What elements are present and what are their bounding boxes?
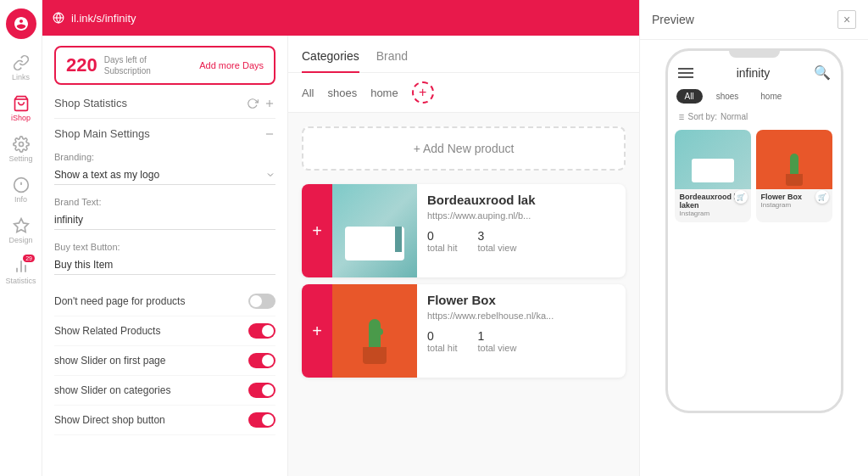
add-category-button[interactable]: +	[412, 81, 434, 104]
add-more-button[interactable]: Add more Days	[199, 60, 264, 70]
shop-main-settings-label: Shop Main Settings	[54, 127, 150, 140]
center-tabs: Categories Brand	[288, 36, 639, 73]
phone-sort: Sort by: Normal	[668, 109, 841, 125]
sidebar-item-statistics[interactable]: 29 Statistics	[0, 251, 42, 292]
phone-product-src-1: Instagram	[761, 201, 827, 209]
product-image-1	[332, 284, 417, 378]
sidebar-item-setting[interactable]: Setting	[0, 129, 42, 170]
phone-product-src-0: Instagram	[680, 210, 746, 217]
collapse-icon[interactable]	[264, 128, 275, 140]
product-info-1: Flower Box https://www.rebelhouse.nl/ka.…	[417, 284, 626, 378]
toggle-3[interactable]	[248, 383, 275, 398]
phone-product-0[interactable]: 🛒 Bordeauxrood lak laken Instagram	[675, 130, 751, 222]
phone-cat-all[interactable]: All	[676, 89, 703, 104]
subscription-box: 220 Days left of Subscription Add more D…	[54, 46, 275, 85]
phone-product-1[interactable]: 🛒 Flower Box Instagram	[756, 130, 832, 222]
statistics-icons[interactable]	[247, 98, 275, 109]
sidebar-item-ishop[interactable]: iShop	[0, 88, 42, 129]
phone-cart-icon-0[interactable]: 🛒	[734, 190, 748, 204]
product-card-1: + Flower Box https://www.rebelhouse.nl/k…	[302, 284, 626, 378]
sidebar-item-ishop-label: iShop	[11, 114, 31, 122]
stat-view-value-1: 1	[477, 329, 516, 343]
sort-icon	[676, 113, 685, 121]
category-all[interactable]: All	[302, 87, 314, 99]
phone-search-icon[interactable]: 🔍	[814, 64, 831, 81]
link-icon	[53, 12, 64, 24]
phone-sort-value: Normal	[721, 112, 748, 121]
toggle-label-1: Show Related Products	[54, 325, 160, 337]
refresh-icon[interactable]	[247, 98, 259, 109]
sidebar-item-setting-label: Setting	[8, 154, 32, 163]
product-add-side-0[interactable]: +	[302, 184, 332, 277]
phone-products: 🛒 Bordeauxrood lak laken Instagram 🛒 Flo…	[668, 125, 841, 227]
toggle-label-2: show Slider on first page	[54, 355, 165, 367]
toggle-label-0: Don't need page for products	[54, 295, 185, 307]
shop-statistics-label: Shop Statistics	[54, 97, 127, 109]
sidebar-item-links-label: Links	[12, 73, 30, 81]
center-panel: Categories Brand All shoes home + + Add …	[288, 36, 639, 476]
sidebar-item-links[interactable]: Links	[0, 48, 42, 88]
svg-point-1	[19, 143, 23, 147]
add-icon[interactable]	[264, 98, 275, 109]
preview-title: Preview	[652, 13, 694, 26]
product-url-0: https://www.auping.nl/b...	[427, 210, 615, 221]
phone-cat-home[interactable]: home	[752, 89, 790, 104]
phone-cat-shoes[interactable]: shoes	[708, 89, 748, 104]
phone-brand: infinity	[737, 66, 771, 80]
brand-text-label: Brand Text:	[54, 197, 275, 207]
buy-button-label: Buy text Button:	[54, 242, 275, 252]
product-add-side-1[interactable]: +	[302, 284, 332, 378]
stat-hit-value-0: 0	[427, 229, 457, 243]
product-card-0: + Bordeauxrood lak https://www.auping.nl…	[302, 184, 626, 277]
product-url-1: https://www.rebelhouse.nl/ka...	[427, 311, 615, 321]
sidebar-item-design-label: Design	[8, 236, 32, 244]
stat-view-value-0: 3	[477, 229, 516, 243]
product-stats-1: 0 total hit 1 total view	[427, 329, 615, 353]
toggles-container: Don't need page for products Show Relate…	[54, 287, 275, 435]
product-name-1: Flower Box	[427, 293, 615, 307]
product-info-0: Bordeauxrood lak https://www.auping.nl/b…	[417, 184, 626, 277]
preview-close-button[interactable]: ×	[837, 10, 856, 29]
product-name-0: Bordeauxrood lak	[427, 193, 615, 207]
toggle-row-1: Show Related Products	[54, 316, 275, 346]
toggle-label-4: Show Direct shop button	[54, 414, 165, 426]
tab-categories[interactable]: Categories	[302, 41, 359, 73]
sidebar-logo[interactable]	[6, 8, 36, 39]
phone-hamburger[interactable]	[678, 68, 693, 78]
sidebar-item-info[interactable]: Info	[0, 170, 42, 210]
chevron-down-icon	[265, 170, 275, 180]
statistics-badge: 29	[23, 255, 35, 262]
product-image-0	[332, 184, 417, 277]
sidebar: Links iShop Setting Info Design 29 Stati…	[0, 0, 42, 476]
phone-cart-icon-1[interactable]: 🛒	[815, 190, 829, 204]
toggle-0[interactable]	[248, 294, 275, 309]
phone-product-img-0	[675, 130, 751, 189]
main-panel: 220 Days left of Subscription Add more D…	[42, 36, 288, 476]
add-product-button[interactable]: + Add New product	[302, 126, 626, 171]
category-home[interactable]: home	[370, 87, 398, 99]
shop-statistics-header: Shop Statistics	[54, 97, 275, 109]
tab-brand[interactable]: Brand	[376, 41, 408, 73]
product-stats-0: 0 total hit 3 total view	[427, 229, 615, 253]
shop-main-settings-header: Shop Main Settings	[54, 118, 275, 140]
category-shoes[interactable]: shoes	[327, 87, 357, 99]
toggle-label-3: show Slider on categories	[54, 384, 170, 396]
branding-select[interactable]: Show a text as my logo	[54, 165, 275, 185]
sidebar-item-design[interactable]: Design	[0, 210, 42, 251]
categories-bar: All shoes home +	[288, 73, 639, 113]
toggle-2[interactable]	[248, 353, 275, 368]
phone-notch	[729, 51, 780, 58]
toggle-row-0: Don't need page for products	[54, 287, 275, 316]
toggle-row-3: show Slider on categories	[54, 376, 275, 406]
branding-value: Show a text as my logo	[54, 169, 159, 181]
subscription-days: 220	[66, 54, 97, 76]
stat-view-0: 3 total view	[477, 229, 516, 253]
stat-view-1: 1 total view	[477, 329, 516, 353]
buy-button-input[interactable]	[54, 255, 275, 275]
phone-sort-label: Sort by:	[688, 112, 717, 121]
toggle-row-4: Show Direct shop button	[54, 406, 275, 435]
subscription-text: Days left of Subscription	[104, 54, 192, 76]
toggle-1[interactable]	[248, 323, 275, 339]
toggle-4[interactable]	[248, 412, 275, 428]
brand-text-input[interactable]	[54, 210, 275, 230]
